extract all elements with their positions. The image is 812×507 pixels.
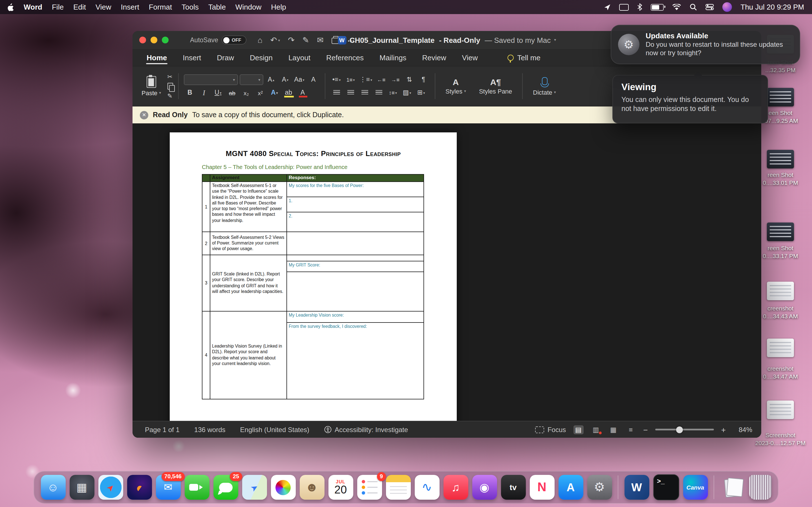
styles-button[interactable]: A Styles▾: [441, 78, 471, 95]
document-title[interactable]: W CH05_Journal_Template - Read-Only — Sa…: [338, 31, 556, 49]
wifi-icon[interactable]: [672, 4, 681, 10]
superscript-button[interactable]: x²: [254, 88, 266, 98]
dock-trash-icon[interactable]: [749, 475, 771, 500]
multilevel-list-button[interactable]: [359, 75, 373, 85]
dock-canva-icon[interactable]: Canva: [683, 475, 708, 500]
share-mail-icon[interactable]: [317, 36, 323, 44]
zoom-slider-thumb[interactable]: [676, 426, 683, 433]
dock-contacts-icon[interactable]: ☻: [299, 475, 324, 500]
screenshot-thumbnail[interactable]: [767, 400, 794, 419]
tab-draw[interactable]: Draw: [216, 50, 235, 65]
tab-layout[interactable]: Layout: [288, 50, 311, 65]
screenshot-thumbnail[interactable]: [767, 150, 794, 168]
align-left-button[interactable]: [331, 88, 343, 98]
accessibility-status[interactable]: Accessibility: Investigate: [324, 426, 408, 434]
menu-edit[interactable]: Edit: [73, 3, 86, 11]
clear-formatting-button[interactable]: A: [307, 75, 320, 85]
autosave-toggle[interactable]: OFF: [221, 36, 246, 45]
editor-view-button[interactable]: ▥: [591, 425, 601, 434]
font-size-select[interactable]: ▾: [239, 74, 263, 85]
cut-button[interactable]: [167, 73, 173, 80]
dock-calendar-icon[interactable]: JUL20: [328, 475, 353, 500]
zoom-out-button[interactable]: −: [643, 425, 648, 434]
copy-button[interactable]: [167, 82, 173, 90]
update-notification[interactable]: ⚙ Updates Available Do you want to resta…: [611, 25, 800, 64]
screenshot-thumbnail[interactable]: [767, 339, 794, 357]
subscript-button[interactable]: x₂: [240, 88, 252, 98]
shading-button[interactable]: [401, 88, 413, 98]
tell-me-button[interactable]: Tell me: [508, 53, 541, 62]
language-indicator[interactable]: English (United States): [240, 426, 309, 434]
tab-insert[interactable]: Insert: [182, 50, 202, 65]
increase-indent-button[interactable]: [389, 75, 402, 85]
borders-button[interactable]: [415, 88, 427, 98]
font-name-select[interactable]: ▾: [184, 74, 238, 85]
sort-button[interactable]: [403, 75, 416, 85]
menu-table[interactable]: Table: [208, 3, 226, 11]
menu-insert[interactable]: Insert: [121, 3, 139, 11]
screenshot-thumbnail[interactable]: [767, 282, 794, 300]
dock-messages-icon[interactable]: 25: [213, 475, 238, 500]
dock-appstore-icon[interactable]: A: [558, 475, 583, 500]
outline-view-button[interactable]: ▦: [608, 425, 618, 434]
bluetooth-icon[interactable]: [638, 3, 643, 11]
align-right-button[interactable]: [359, 88, 371, 98]
spotlight-search-icon[interactable]: [690, 3, 697, 11]
dock-news-icon[interactable]: N: [529, 475, 554, 500]
text-effects-button[interactable]: A: [268, 88, 281, 98]
draft-view-button[interactable]: ≡: [626, 425, 636, 434]
close-window-button[interactable]: [139, 37, 146, 43]
dock-facetime-icon[interactable]: [185, 475, 209, 500]
menu-tools[interactable]: Tools: [182, 3, 199, 11]
menu-view[interactable]: View: [96, 3, 111, 11]
menu-bar-clock[interactable]: Thu Jul 20 9:29 PM: [741, 3, 804, 11]
battery-icon[interactable]: [651, 4, 664, 10]
styles-pane-button[interactable]: A¶ Styles Pane: [474, 78, 517, 95]
shrink-font-button[interactable]: A: [279, 75, 291, 85]
numbering-button[interactable]: [345, 75, 357, 85]
input-source-icon[interactable]: [619, 4, 629, 10]
tab-references[interactable]: References: [326, 50, 364, 65]
dock-notes-icon[interactable]: [386, 475, 410, 500]
show-paragraph-marks-button[interactable]: [417, 75, 430, 85]
dock-podcasts-icon[interactable]: ◉: [472, 475, 497, 500]
menu-format[interactable]: Format: [149, 3, 172, 11]
tab-review[interactable]: Review: [421, 50, 447, 65]
paste-button[interactable]: Paste▾: [138, 75, 164, 98]
menu-app-name[interactable]: Word: [24, 3, 42, 11]
align-center-button[interactable]: [345, 88, 357, 98]
font-color-button[interactable]: A: [296, 88, 309, 98]
menu-file[interactable]: File: [52, 3, 64, 11]
word-count[interactable]: 136 words: [194, 426, 225, 434]
user-avatar[interactable]: [723, 2, 732, 12]
dictate-button[interactable]: Dictate▾: [528, 77, 561, 96]
print-layout-view-button[interactable]: ▤: [573, 425, 583, 434]
menu-help[interactable]: Help: [271, 3, 286, 11]
apple-menu-icon[interactable]: [7, 3, 14, 11]
dock-reminders-icon[interactable]: 9: [357, 475, 382, 500]
bullets-button[interactable]: [331, 75, 343, 85]
dock-terminal-icon[interactable]: >_: [653, 474, 679, 500]
grow-font-button[interactable]: A: [265, 75, 277, 85]
undo-icon[interactable]: ▾: [270, 36, 280, 44]
justify-button[interactable]: [373, 88, 385, 98]
tab-home[interactable]: Home: [146, 50, 167, 65]
highlight-color-button[interactable]: ab: [282, 88, 295, 98]
menu-window[interactable]: Window: [236, 3, 262, 11]
dock-launchpad-icon[interactable]: ▦: [69, 475, 94, 500]
dock-mail-icon[interactable]: ✉70,546: [156, 475, 181, 500]
dock-maps-icon[interactable]: ➤: [242, 475, 267, 500]
page-indicator[interactable]: Page 1 of 1: [145, 426, 180, 434]
control-center-icon[interactable]: [706, 4, 714, 10]
bold-button[interactable]: B: [184, 88, 196, 98]
redo-icon[interactable]: [288, 36, 294, 44]
home-icon[interactable]: [258, 36, 262, 44]
tab-design[interactable]: Design: [249, 50, 273, 65]
dock-music-icon[interactable]: ♫: [443, 475, 468, 500]
line-spacing-button[interactable]: [387, 88, 399, 98]
change-case-button[interactable]: Aa: [293, 75, 305, 85]
location-icon[interactable]: [604, 4, 611, 10]
minimize-window-button[interactable]: [151, 37, 157, 43]
strikethrough-button[interactable]: ab: [226, 88, 238, 98]
tab-mailings[interactable]: Mailings: [379, 50, 407, 65]
